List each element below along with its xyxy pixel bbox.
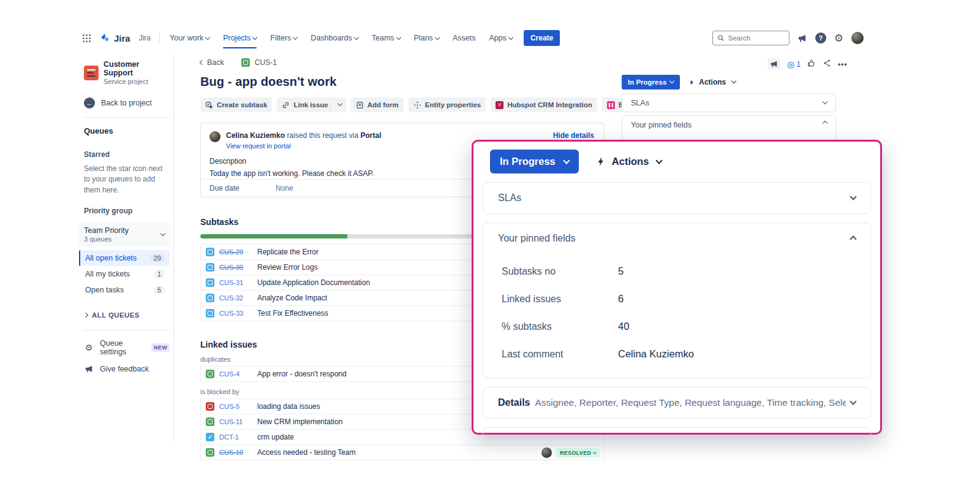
nav-item[interactable]: Apps: [489, 34, 513, 42]
assignee-avatar[interactable]: [541, 448, 552, 458]
issue-summary[interactable]: Update Application Documentation: [257, 278, 370, 287]
all-queues-link[interactable]: ALL QUEUES: [84, 311, 170, 319]
nav-item[interactable]: Plans: [414, 34, 439, 42]
actions-dropdown[interactable]: Actions: [596, 156, 662, 167]
details-panel[interactable]: Details Assignee, Reporter, Request Type…: [483, 387, 871, 419]
nav-item[interactable]: Assets: [453, 34, 476, 42]
field-value[interactable]: 5: [618, 265, 624, 277]
field-value[interactable]: Celina Kuziemko: [618, 348, 694, 360]
create-subtask-button[interactable]: Create subtask: [200, 97, 272, 112]
chevron-down-icon: [508, 35, 513, 40]
nav-item-label: Assets: [453, 34, 476, 42]
due-date-value[interactable]: None: [276, 184, 293, 192]
project-header[interactable]: Customer Support Service project: [84, 60, 170, 85]
queue-item-label: All open tickets: [85, 254, 137, 262]
nav-item[interactable]: Your work: [170, 34, 209, 42]
field-value[interactable]: 6: [618, 293, 624, 305]
team-priority-label: Team Priority: [84, 226, 129, 235]
search-input[interactable]: [728, 34, 781, 42]
link-issue-button[interactable]: Link issue: [277, 97, 333, 112]
feedback-megaphone-icon[interactable]: [767, 58, 780, 70]
story-icon: [206, 448, 214, 457]
issue-summary[interactable]: loading data issues: [257, 402, 320, 411]
details-label: Details: [498, 397, 530, 408]
share-icon[interactable]: [823, 59, 831, 70]
add-form-button[interactable]: Add form: [351, 97, 404, 112]
vote-thumbs-up-icon[interactable]: [807, 59, 816, 70]
issue-key-link[interactable]: CUS-33: [219, 310, 249, 317]
issue-key-link[interactable]: CUS-32: [219, 294, 249, 302]
actions-dropdown[interactable]: Actions: [688, 78, 736, 86]
more-icon[interactable]: •••: [838, 60, 848, 69]
field-value[interactable]: 40: [618, 321, 629, 332]
issue-summary[interactable]: Replicate the Error: [257, 248, 318, 256]
help-icon[interactable]: ?: [815, 32, 826, 44]
hubspot-button[interactable]: Hubspot CRM Integration: [491, 97, 597, 112]
slas-panel[interactable]: SLAs: [483, 182, 871, 214]
back-link[interactable]: Back: [200, 58, 224, 67]
create-button[interactable]: Create: [524, 30, 560, 46]
give-feedback[interactable]: Give feedback: [84, 364, 170, 374]
starred-hint: Select the star icon next to your queues…: [84, 164, 170, 196]
issue-key-link[interactable]: DCT-1: [219, 433, 249, 441]
pinned-fields-panel[interactable]: Your pinned fields: [622, 115, 836, 141]
entity-properties-button[interactable]: Entity properties: [409, 97, 486, 112]
field-label: Linked issues: [502, 294, 618, 305]
entity-properties-icon: [413, 101, 421, 109]
queue-item[interactable]: All my tickets 1: [79, 266, 170, 282]
issue-summary[interactable]: Test Fix Effectiveness: [257, 309, 328, 318]
nav-item[interactable]: Projects: [223, 34, 257, 42]
nav-divider: [159, 33, 160, 43]
link-issue-dropdown[interactable]: [333, 97, 346, 112]
linked-issue-row[interactable]: CUS-10 Access needed - testing Team RESO…: [200, 444, 605, 460]
issue-key[interactable]: CUS-1: [255, 58, 277, 67]
search-box[interactable]: [712, 31, 790, 45]
issue-summary[interactable]: Review Error Logs: [257, 263, 318, 272]
settings-gear-icon[interactable]: ⚙: [834, 33, 843, 44]
nav-item[interactable]: Dashboards: [311, 34, 358, 42]
lightning-bolt-icon: [688, 79, 695, 86]
pinned-fields-panel: Your pinned fields Subtasks no 5 Linked …: [483, 223, 871, 378]
all-queues-label: ALL QUEUES: [92, 311, 140, 319]
issue-key-link[interactable]: CUS-29: [219, 248, 249, 256]
view-request-portal-link[interactable]: View request in portal: [226, 142, 291, 150]
user-avatar[interactable]: [851, 32, 864, 44]
team-priority-group[interactable]: Team Priority 3 queues: [79, 223, 170, 246]
issue-key-link[interactable]: CUS-11: [219, 418, 249, 425]
issue-key-link[interactable]: CUS-10: [219, 449, 249, 456]
issue-summary[interactable]: Access needed - testing Team: [257, 448, 356, 457]
hide-details-link[interactable]: Hide details: [553, 131, 594, 140]
pinned-fields-header[interactable]: Your pinned fields: [483, 223, 870, 254]
watchers-control[interactable]: ◎ 1: [787, 60, 801, 69]
back-label: Back: [207, 58, 224, 67]
app-switcher-icon[interactable]: [80, 31, 93, 45]
queues-heading: Queues: [84, 126, 170, 135]
primary-nav: Your workProjectsFiltersDashboardsTeamsP…: [170, 34, 513, 42]
status-dropdown[interactable]: In Progress: [622, 75, 680, 90]
queue-settings[interactable]: ⚙ Queue settings NEW: [84, 339, 170, 356]
jira-logo[interactable]: Jira: [99, 32, 130, 44]
issue-key-link[interactable]: CUS-31: [219, 279, 249, 286]
issue-key-link[interactable]: CUS-4: [219, 370, 249, 378]
subtask-icon: [206, 309, 214, 318]
back-to-project[interactable]: ← Back to project: [84, 97, 170, 109]
issue-summary[interactable]: New CRM implementation: [257, 417, 342, 426]
link-icon: [282, 101, 290, 109]
issue-key-link[interactable]: CUS-30: [219, 264, 249, 271]
issue-summary[interactable]: App error - doesn't respond: [257, 370, 347, 378]
nav-item[interactable]: Filters: [270, 34, 297, 42]
queue-item[interactable]: All open tickets 29: [79, 250, 170, 266]
issue-summary[interactable]: Analyze Code Impact: [257, 294, 327, 302]
chevron-down-icon: [354, 35, 359, 40]
issue-summary[interactable]: crm update: [257, 433, 294, 441]
nav-item[interactable]: Teams: [372, 34, 401, 42]
issue-key-link[interactable]: CUS-5: [219, 403, 249, 410]
issue-header-icons: ◎ 1 •••: [767, 58, 848, 70]
status-badge[interactable]: RESOLVED: [556, 448, 600, 458]
queue-item[interactable]: Open tasks 5: [79, 282, 170, 298]
sidebar-divider: [173, 55, 174, 443]
status-dropdown[interactable]: In Progress: [490, 150, 579, 173]
slas-panel[interactable]: SLAs: [622, 93, 836, 112]
breadcrumb: Back CUS-1: [200, 58, 605, 67]
notifications-icon[interactable]: [797, 33, 807, 43]
